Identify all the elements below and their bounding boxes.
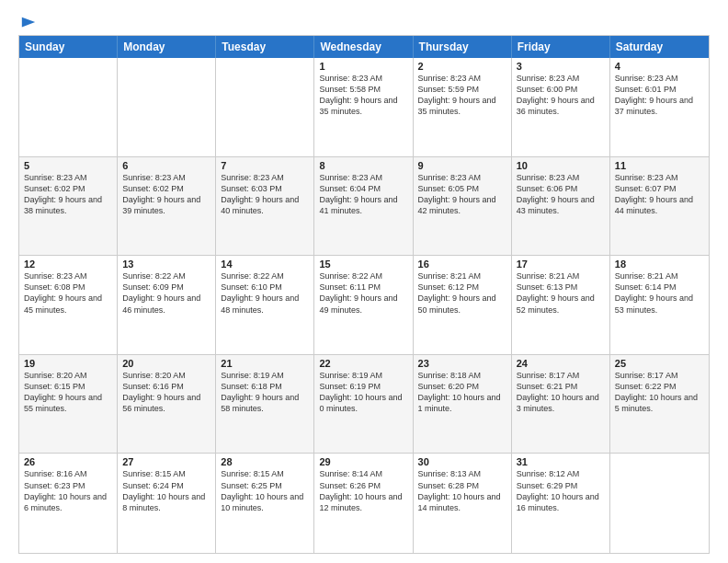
- day-number: 7: [221, 160, 309, 171]
- day-number: 12: [24, 259, 112, 270]
- calendar-cell: 7Sunrise: 8:23 AM Sunset: 6:03 PM Daylig…: [216, 157, 314, 256]
- calendar-cell: 27Sunrise: 8:15 AM Sunset: 6:24 PM Dayli…: [118, 454, 216, 553]
- calendar-week: 19Sunrise: 8:20 AM Sunset: 6:15 PM Dayli…: [19, 355, 709, 454]
- day-number: 5: [24, 160, 112, 171]
- day-number: 26: [24, 456, 112, 467]
- day-number: 23: [418, 358, 506, 369]
- header: [18, 15, 710, 28]
- calendar-body: 1Sunrise: 8:23 AM Sunset: 5:58 PM Daylig…: [19, 58, 709, 553]
- calendar-cell: 31Sunrise: 8:12 AM Sunset: 6:29 PM Dayli…: [512, 454, 610, 553]
- day-info: Sunrise: 8:17 AM Sunset: 6:22 PM Dayligh…: [615, 370, 704, 415]
- day-number: 21: [221, 358, 309, 369]
- calendar-cell: 20Sunrise: 8:20 AM Sunset: 6:16 PM Dayli…: [118, 355, 216, 454]
- day-number: 29: [319, 456, 407, 467]
- day-info: Sunrise: 8:15 AM Sunset: 6:25 PM Dayligh…: [221, 468, 309, 513]
- day-info: Sunrise: 8:23 AM Sunset: 5:59 PM Dayligh…: [418, 73, 506, 118]
- day-info: Sunrise: 8:23 AM Sunset: 6:08 PM Dayligh…: [24, 270, 112, 316]
- day-info: Sunrise: 8:23 AM Sunset: 5:58 PM Dayligh…: [319, 73, 407, 118]
- calendar-header-day: Friday: [512, 36, 610, 58]
- calendar-cell: 5Sunrise: 8:23 AM Sunset: 6:02 PM Daylig…: [19, 157, 118, 256]
- day-info: Sunrise: 8:20 AM Sunset: 6:16 PM Dayligh…: [122, 370, 210, 415]
- day-number: 18: [615, 259, 704, 270]
- calendar-week: 26Sunrise: 8:16 AM Sunset: 6:23 PM Dayli…: [19, 454, 709, 553]
- calendar-cell: 24Sunrise: 8:17 AM Sunset: 6:21 PM Dayli…: [512, 355, 610, 454]
- calendar-cell: 3Sunrise: 8:23 AM Sunset: 6:00 PM Daylig…: [512, 58, 610, 156]
- calendar-cell: 1Sunrise: 8:23 AM Sunset: 5:58 PM Daylig…: [314, 58, 413, 156]
- day-number: 1: [319, 61, 407, 72]
- calendar-cell: 9Sunrise: 8:23 AM Sunset: 6:05 PM Daylig…: [414, 157, 512, 256]
- calendar-cell: 28Sunrise: 8:15 AM Sunset: 6:25 PM Dayli…: [216, 454, 314, 553]
- day-info: Sunrise: 8:21 AM Sunset: 6:14 PM Dayligh…: [615, 270, 704, 316]
- calendar-header: SundayMondayTuesdayWednesdayThursdayFrid…: [19, 36, 709, 58]
- day-info: Sunrise: 8:19 AM Sunset: 6:19 PM Dayligh…: [319, 370, 407, 415]
- calendar-header-day: Saturday: [610, 36, 709, 58]
- logo: [18, 15, 37, 28]
- calendar-cell: 22Sunrise: 8:19 AM Sunset: 6:19 PM Dayli…: [314, 355, 413, 454]
- day-info: Sunrise: 8:13 AM Sunset: 6:28 PM Dayligh…: [418, 468, 506, 513]
- day-info: Sunrise: 8:23 AM Sunset: 6:07 PM Dayligh…: [615, 172, 704, 217]
- day-info: Sunrise: 8:16 AM Sunset: 6:23 PM Dayligh…: [24, 468, 112, 513]
- day-info: Sunrise: 8:23 AM Sunset: 6:00 PM Dayligh…: [517, 73, 605, 118]
- day-info: Sunrise: 8:14 AM Sunset: 6:26 PM Dayligh…: [319, 468, 407, 513]
- calendar-cell: 11Sunrise: 8:23 AM Sunset: 6:07 PM Dayli…: [610, 157, 709, 256]
- calendar-cell: 12Sunrise: 8:23 AM Sunset: 6:08 PM Dayli…: [19, 256, 118, 354]
- day-info: Sunrise: 8:23 AM Sunset: 6:03 PM Dayligh…: [221, 172, 309, 217]
- day-info: Sunrise: 8:12 AM Sunset: 6:29 PM Dayligh…: [517, 468, 605, 513]
- calendar-week: 1Sunrise: 8:23 AM Sunset: 5:58 PM Daylig…: [19, 58, 709, 157]
- calendar-cell: 29Sunrise: 8:14 AM Sunset: 6:26 PM Dayli…: [314, 454, 413, 553]
- day-info: Sunrise: 8:23 AM Sunset: 6:06 PM Dayligh…: [517, 172, 605, 217]
- calendar-week: 5Sunrise: 8:23 AM Sunset: 6:02 PM Daylig…: [19, 157, 709, 257]
- day-info: Sunrise: 8:15 AM Sunset: 6:24 PM Dayligh…: [122, 468, 210, 513]
- day-number: 4: [615, 61, 704, 72]
- calendar: SundayMondayTuesdayWednesdayThursdayFrid…: [18, 35, 710, 554]
- day-info: Sunrise: 8:22 AM Sunset: 6:09 PM Dayligh…: [122, 270, 210, 316]
- day-info: Sunrise: 8:22 AM Sunset: 6:11 PM Dayligh…: [319, 270, 407, 316]
- day-number: 22: [319, 358, 407, 369]
- day-info: Sunrise: 8:17 AM Sunset: 6:21 PM Dayligh…: [517, 370, 605, 415]
- day-info: Sunrise: 8:21 AM Sunset: 6:12 PM Dayligh…: [418, 270, 506, 316]
- day-number: 27: [122, 456, 210, 467]
- calendar-cell: 14Sunrise: 8:22 AM Sunset: 6:10 PM Dayli…: [216, 256, 314, 354]
- day-number: 16: [418, 259, 506, 270]
- day-number: 3: [517, 61, 605, 72]
- calendar-header-day: Sunday: [19, 36, 118, 58]
- calendar-cell: 17Sunrise: 8:21 AM Sunset: 6:13 PM Dayli…: [512, 256, 610, 354]
- calendar-cell: 19Sunrise: 8:20 AM Sunset: 6:15 PM Dayli…: [19, 355, 118, 454]
- calendar-cell: 15Sunrise: 8:22 AM Sunset: 6:11 PM Dayli…: [314, 256, 413, 354]
- calendar-header-day: Monday: [118, 36, 216, 58]
- day-info: Sunrise: 8:23 AM Sunset: 6:01 PM Dayligh…: [615, 73, 704, 118]
- calendar-header-day: Wednesday: [314, 36, 413, 58]
- calendar-cell: 25Sunrise: 8:17 AM Sunset: 6:22 PM Dayli…: [610, 355, 709, 454]
- day-number: 13: [122, 259, 210, 270]
- calendar-cell: 2Sunrise: 8:23 AM Sunset: 5:59 PM Daylig…: [414, 58, 512, 156]
- svg-marker-0: [22, 17, 35, 28]
- calendar-header-day: Thursday: [414, 36, 512, 58]
- calendar-cell: [19, 58, 118, 156]
- calendar-cell: 4Sunrise: 8:23 AM Sunset: 6:01 PM Daylig…: [610, 58, 709, 156]
- calendar-cell: 10Sunrise: 8:23 AM Sunset: 6:06 PM Dayli…: [512, 157, 610, 256]
- day-info: Sunrise: 8:21 AM Sunset: 6:13 PM Dayligh…: [517, 270, 605, 316]
- day-number: 11: [615, 160, 704, 171]
- calendar-cell: 18Sunrise: 8:21 AM Sunset: 6:14 PM Dayli…: [610, 256, 709, 354]
- day-number: 9: [418, 160, 506, 171]
- calendar-cell: 6Sunrise: 8:23 AM Sunset: 6:02 PM Daylig…: [118, 157, 216, 256]
- day-number: 24: [517, 358, 605, 369]
- day-info: Sunrise: 8:23 AM Sunset: 6:04 PM Dayligh…: [319, 172, 407, 217]
- day-info: Sunrise: 8:23 AM Sunset: 6:02 PM Dayligh…: [24, 172, 112, 217]
- day-info: Sunrise: 8:18 AM Sunset: 6:20 PM Dayligh…: [418, 370, 506, 415]
- calendar-cell: 30Sunrise: 8:13 AM Sunset: 6:28 PM Dayli…: [414, 454, 512, 553]
- day-number: 2: [418, 61, 506, 72]
- day-number: 6: [122, 160, 210, 171]
- logo-flag-icon: [20, 15, 37, 31]
- day-info: Sunrise: 8:23 AM Sunset: 6:05 PM Dayligh…: [418, 172, 506, 217]
- day-number: 8: [319, 160, 407, 171]
- calendar-week: 12Sunrise: 8:23 AM Sunset: 6:08 PM Dayli…: [19, 256, 709, 355]
- day-number: 28: [221, 456, 309, 467]
- calendar-cell: [118, 58, 216, 156]
- day-number: 30: [418, 456, 506, 467]
- day-number: 25: [615, 358, 704, 369]
- calendar-cell: 26Sunrise: 8:16 AM Sunset: 6:23 PM Dayli…: [19, 454, 118, 553]
- day-number: 15: [319, 259, 407, 270]
- day-number: 19: [24, 358, 112, 369]
- calendar-header-day: Tuesday: [216, 36, 314, 58]
